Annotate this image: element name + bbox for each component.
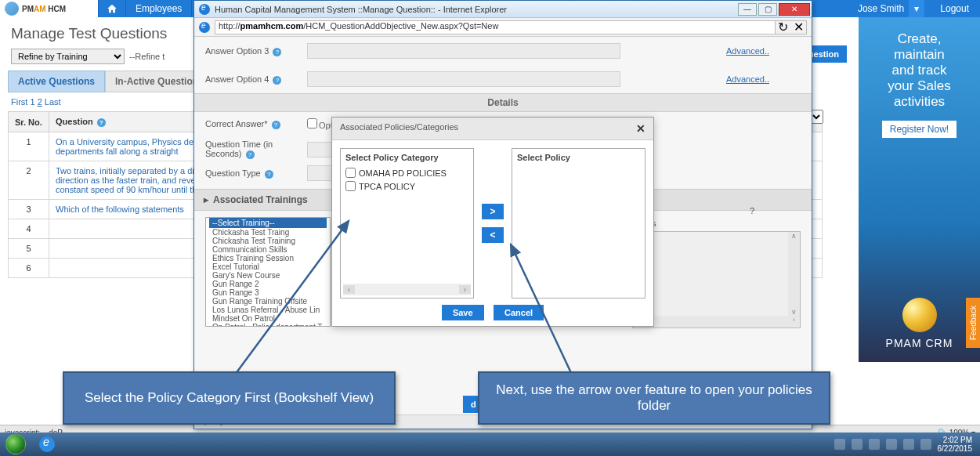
ie-addr-icon <box>199 22 210 33</box>
minimize-button[interactable]: — <box>738 3 757 16</box>
training-list-item[interactable]: Gun Range 3 <box>209 288 327 297</box>
policy-header: Select Policy <box>512 149 645 166</box>
move-right-button[interactable]: > <box>482 204 504 219</box>
help-icon[interactable]: ? <box>265 170 273 179</box>
save-button[interactable]: Save <box>442 305 484 320</box>
advanced-link[interactable]: Advanced.. <box>726 74 769 84</box>
promo-line: and track <box>866 63 972 78</box>
associated-policies-modal: Associated Policies/Categories ✕ Select … <box>331 117 654 327</box>
modal-header: Associated Policies/Categories ✕ <box>332 118 653 140</box>
promo-line: maintain <box>866 47 972 63</box>
cell-sr: 4 <box>9 219 49 239</box>
refine-text: --Refine t <box>129 52 165 61</box>
help-icon[interactable]: ? <box>97 118 106 127</box>
help-icon[interactable]: ? <box>273 76 281 85</box>
help-icon[interactable]: ? <box>273 48 281 56</box>
taskbar-ie-icon[interactable] <box>31 432 63 456</box>
help-icon[interactable]: ? <box>272 121 280 129</box>
paging-first[interactable]: First 1 <box>11 97 38 107</box>
ie-titlebar[interactable]: Human Capital Management System ::Manage… <box>194 1 812 18</box>
training-list-item[interactable]: --Select Training-- <box>209 218 327 228</box>
addr-controls[interactable]: ↻✕ <box>776 20 807 34</box>
tray-icon[interactable] <box>852 439 862 450</box>
training-list-item[interactable]: Communication Skills <box>209 245 327 254</box>
windows-taskbar: 2:02 PM 6/22/2015 <box>0 432 980 456</box>
url-field[interactable]: http://pmamhcm.com/HCM_QuestionAddObject… <box>215 20 776 34</box>
training-listbox[interactable]: --Select Training--Chickasha Test Traing… <box>205 217 331 327</box>
cell-sr: 1 <box>9 132 49 161</box>
answer-option-3-row: Answer Option 3 ? Advanced.. <box>194 37 812 65</box>
cell-sr: 2 <box>9 161 49 200</box>
tray-icon[interactable] <box>834 439 845 450</box>
register-now-button[interactable]: Register Now! <box>882 121 956 138</box>
cell-sr: 6 <box>9 259 49 278</box>
policy-list: Select Policy <box>512 148 645 299</box>
paging-last[interactable]: Last <box>42 97 61 107</box>
promo-line: your Sales <box>866 78 972 94</box>
ie-address-bar: http://pmamhcm.com/HCM_QuestionAddObject… <box>194 18 812 37</box>
category-omaha-pd[interactable]: OMAHA PD POLICIES <box>341 166 473 179</box>
training-list-item[interactable]: Gary's New Course <box>209 271 327 280</box>
category-tpca[interactable]: TPCA POLICY <box>341 179 473 193</box>
brand-logo[interactable]: PMAM HCM <box>0 0 98 17</box>
tray-icon[interactable] <box>920 439 931 450</box>
assoc-policies-listbox[interactable]: ∧∨ ‹› <box>632 231 801 328</box>
modal-footer: Save Cancel <box>332 299 653 320</box>
training-list-item[interactable]: Los Lunas Referral - Abuse Lin <box>209 306 327 314</box>
tray-icon[interactable] <box>886 439 897 450</box>
refine-training-select[interactable]: Refine by Training <box>11 49 125 64</box>
tray-icon[interactable] <box>869 439 880 450</box>
training-list-item[interactable]: Mindset On Patrol <box>209 314 327 323</box>
promo-line: Create, <box>866 31 972 47</box>
tab-active-questions[interactable]: Active Questions <box>8 71 105 92</box>
callout-use-arrow: Next, use the arrow over feature to open… <box>478 371 830 425</box>
start-button[interactable] <box>0 432 31 456</box>
crm-logo: PMAM CRM <box>859 298 980 349</box>
transfer-buttons: > < <box>482 148 504 299</box>
brand-logo-icon <box>5 2 19 16</box>
feedback-tab[interactable]: Feedback <box>966 298 980 348</box>
logout-link[interactable]: Logout <box>940 3 980 14</box>
move-left-button[interactable]: < <box>482 227 504 243</box>
modal-title: Associated Policies/Categories <box>340 122 458 135</box>
ie-icon <box>199 4 210 15</box>
user-dropdown-toggle[interactable]: ▾ <box>909 0 924 17</box>
answer-option-4-input[interactable] <box>307 71 620 87</box>
associated-policies-block: ? olicies ∧∨ ‹› <box>632 206 801 328</box>
advanced-link[interactable]: Advanced.. <box>726 46 769 56</box>
callout-select-category: Select the Policy Category First (Booksh… <box>63 371 396 425</box>
training-list-item[interactable]: Gun Range Training Offsite <box>209 297 327 306</box>
promo-panel: Create, maintain and track your Sales ac… <box>859 17 980 362</box>
assoc-policies-label: olicies <box>632 219 801 228</box>
modal-close-button[interactable]: ✕ <box>636 122 645 135</box>
system-tray: 2:02 PM 6/22/2015 <box>834 436 981 453</box>
policy-category-list: Select Policy Category OMAHA PD POLICIES… <box>340 148 474 299</box>
answer-option-4-row: Answer Option 4 ? Advanced.. <box>194 65 812 93</box>
training-list-item[interactable]: Ethics Training Session <box>209 254 327 262</box>
cancel-button[interactable]: Cancel <box>494 305 544 320</box>
training-list-item[interactable]: Excel Tutorial <box>209 262 327 271</box>
scrollbar-horizontal[interactable]: ‹› <box>343 284 471 295</box>
start-orb-icon <box>5 434 26 454</box>
promo-line: activities <box>866 94 972 110</box>
training-list-item[interactable]: Chickasha Test Traing <box>209 228 327 237</box>
crm-logo-text: PMAM CRM <box>859 337 980 349</box>
training-list-item[interactable]: Chickasha Test Training <box>209 237 327 245</box>
col-sr-no: Sr. No. <box>9 112 49 132</box>
details-header: Details <box>194 93 812 112</box>
crm-logo-icon <box>902 298 937 332</box>
taskbar-clock[interactable]: 2:02 PM 6/22/2015 <box>938 436 978 453</box>
window-close-button[interactable]: ✕ <box>779 3 810 16</box>
brand-logo-text: PMAM HCM <box>22 5 66 13</box>
tray-icon[interactable] <box>903 439 914 450</box>
training-list-item[interactable]: On Patrol - Police department T <box>209 323 327 327</box>
answer-option-3-input[interactable] <box>307 43 620 59</box>
maximize-button[interactable]: ▢ <box>758 3 777 16</box>
home-icon[interactable] <box>98 0 126 17</box>
help-icon[interactable]: ? <box>750 206 754 215</box>
help-icon[interactable]: ? <box>246 150 255 159</box>
training-list-item[interactable]: Gun Range 2 <box>209 280 327 288</box>
cell-sr: 5 <box>9 239 49 259</box>
menu-employees[interactable]: Employees <box>126 0 192 17</box>
policy-category-header: Select Policy Category <box>341 149 473 166</box>
